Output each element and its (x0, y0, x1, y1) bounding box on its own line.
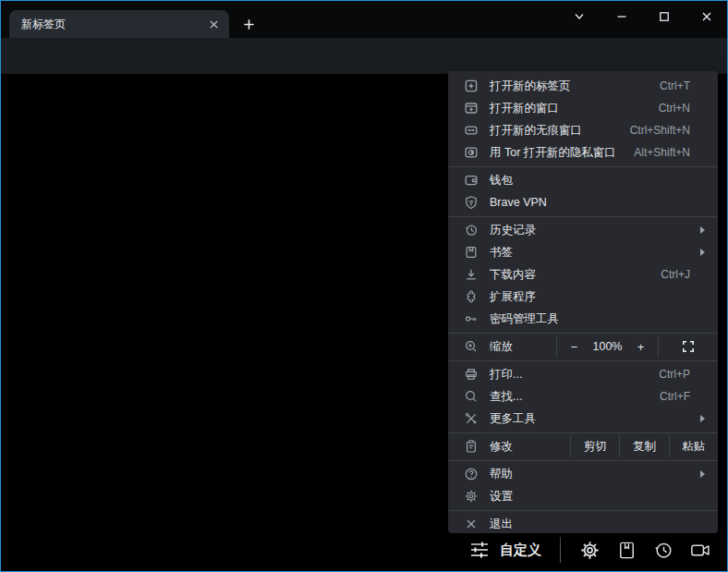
bookmarks-icon (463, 245, 479, 261)
window-close-button[interactable] (693, 6, 721, 27)
menu-item-label: 钱包 (490, 173, 690, 189)
fullscreen-icon (681, 339, 696, 354)
incognito-icon (463, 123, 479, 139)
menu-item-print[interactable]: 打印... Ctrl+P (448, 363, 718, 385)
zoom-label: 缩放 (490, 339, 556, 355)
menu-item-exit[interactable]: 退出 (448, 513, 718, 535)
zoom-icon (463, 339, 479, 355)
menu-item-settings[interactable]: 设置 (448, 485, 718, 507)
menu-item-label: 打开新的标签页 (490, 79, 660, 94)
gear-icon (463, 489, 479, 505)
menu-item-label: 打开新的无痕窗口 (490, 123, 630, 139)
menu-item-new-incognito-window[interactable]: 打开新的无痕窗口 Ctrl+Shift+N (448, 119, 718, 141)
menu-separator (448, 510, 718, 511)
new-tab-icon (463, 79, 479, 94)
customize-button[interactable]: 自定义 (468, 539, 541, 561)
sliders-icon (468, 539, 491, 561)
find-icon (463, 389, 479, 405)
menu-item-password-manager[interactable]: 密码管理工具 (448, 308, 718, 330)
toolbar: 在Yandex中搜索，或者输入一个网址 1 (1, 38, 727, 74)
bottom-bar-divider (560, 537, 561, 563)
key-icon (463, 311, 479, 327)
menu-item-label: Brave VPN (490, 196, 690, 209)
help-icon (463, 467, 479, 482)
menu-item-label: 扩展程序 (490, 289, 690, 305)
menu-item-label: 用 Tor 打开新的隐私窗口 (490, 145, 634, 161)
menu-separator (448, 166, 718, 167)
cut-button[interactable]: 剪切 (571, 435, 619, 457)
maximize-button[interactable] (650, 6, 678, 27)
history-icon[interactable] (651, 538, 675, 562)
exit-icon (463, 517, 479, 532)
chevron-down-icon[interactable] (565, 6, 593, 27)
menu-item-label: 下载内容 (490, 267, 661, 283)
menu-item-wallet[interactable]: 钱包 (448, 169, 718, 191)
menu-item-shortcut: Ctrl+J (661, 268, 690, 281)
menu-item-label: 书签 (490, 245, 690, 261)
new-tab-button[interactable] (239, 15, 258, 33)
menu-item-help[interactable]: 帮助 (448, 463, 718, 485)
menu-item-new-tor-window[interactable]: 用 Tor 打开新的隐私窗口 Alt+Shift+N (448, 141, 718, 164)
tab-close-icon[interactable] (205, 16, 222, 32)
clipboard-icon (463, 439, 479, 455)
menu-separator (448, 432, 718, 433)
browser-menu: 打开新的标签页 Ctrl+T 打开新的窗口 Ctrl+N 打开新的无痕窗口 Ct… (448, 71, 718, 533)
menu-item-label: 历史记录 (490, 223, 690, 238)
history-icon (463, 223, 479, 238)
submenu-arrow-icon (700, 470, 705, 478)
menu-item-label: 退出 (490, 517, 690, 532)
menu-item-shortcut: Ctrl+T (660, 79, 690, 92)
menu-separator (448, 360, 718, 361)
paste-button[interactable]: 粘贴 (670, 435, 718, 457)
zoom-out-button[interactable]: − (558, 335, 591, 358)
menu-item-label: 帮助 (490, 467, 690, 482)
settings-icon[interactable] (577, 538, 601, 562)
menu-item-shortcut: Ctrl+F (660, 390, 690, 403)
new-window-icon (463, 101, 479, 116)
zoom-level-value: 100% (591, 340, 625, 353)
wallet-icon (463, 173, 479, 189)
menu-separator (448, 333, 718, 334)
tools-icon (463, 411, 479, 427)
copy-button[interactable]: 复制 (620, 435, 668, 457)
submenu-arrow-icon (700, 226, 705, 234)
menu-item-extensions[interactable]: 扩展程序 (448, 286, 718, 308)
menu-item-zoom: 缩放 − 100% + (448, 335, 718, 358)
submenu-arrow-icon (700, 415, 705, 422)
fullscreen-button[interactable] (659, 339, 718, 354)
submenu-arrow-icon (700, 249, 705, 256)
menu-separator (448, 216, 718, 217)
menu-item-new-window[interactable]: 打开新的窗口 Ctrl+N (448, 97, 718, 119)
menu-item-downloads[interactable]: 下载内容 Ctrl+J (448, 263, 718, 286)
camera-icon[interactable] (688, 538, 712, 562)
menu-item-label: 打开新的窗口 (490, 101, 659, 116)
browser-window: 新标签页 (0, 0, 728, 572)
extensions-icon (463, 289, 479, 305)
tab-title: 新标签页 (21, 17, 205, 32)
menu-item-bookmarks[interactable]: 书签 (448, 241, 718, 263)
menu-item-shortcut: Ctrl+P (659, 368, 690, 381)
vpn-shield-icon (463, 195, 479, 211)
menu-item-label: 打印... (490, 367, 659, 383)
minimize-button[interactable] (608, 6, 636, 27)
menu-separator (448, 460, 718, 461)
menu-item-more-tools[interactable]: 更多工具 (448, 408, 718, 430)
menu-item-edit: 修改 剪切 复制 粘贴 (448, 435, 718, 457)
menu-item-brave-vpn[interactable]: Brave VPN (448, 191, 718, 213)
customize-label: 自定义 (500, 542, 541, 559)
bookmarks-icon[interactable] (614, 538, 638, 562)
menu-item-history[interactable]: 历史记录 (448, 219, 718, 241)
zoom-in-button[interactable]: + (625, 335, 658, 358)
tab-new-tab-page[interactable]: 新标签页 (9, 10, 229, 38)
edit-label: 修改 (490, 439, 570, 455)
menu-item-shortcut: Alt+Shift+N (634, 146, 690, 159)
menu-item-new-tab[interactable]: 打开新的标签页 Ctrl+T (448, 75, 718, 97)
menu-item-label: 更多工具 (490, 411, 690, 427)
menu-item-label: 查找... (490, 389, 660, 405)
menu-item-shortcut: Ctrl+Shift+N (630, 124, 690, 137)
tab-bar: 新标签页 (1, 1, 727, 38)
download-icon (463, 267, 479, 283)
menu-item-find[interactable]: 查找... Ctrl+F (448, 385, 718, 408)
newtab-bottom-bar: 自定义 (468, 536, 714, 564)
menu-item-label: 设置 (490, 489, 690, 505)
